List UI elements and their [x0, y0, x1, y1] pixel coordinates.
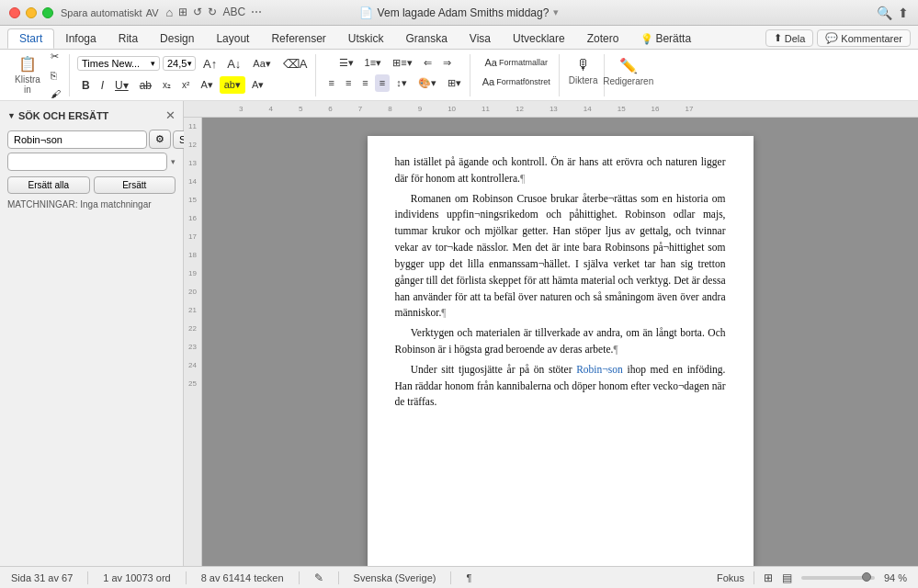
numbering-button[interactable]: 1≡▾	[360, 54, 387, 72]
ruler-num: 18	[188, 246, 197, 265]
zoom-slider[interactable]	[801, 576, 875, 580]
autosave-toggle[interactable]: AV	[146, 7, 159, 18]
clear-format-button[interactable]: ⌫A	[278, 54, 312, 74]
word-count: 1 av 10073 ord	[103, 572, 170, 583]
shading-button[interactable]: A▾	[247, 76, 268, 94]
ruler-mark: 14	[584, 105, 592, 113]
tab-granska[interactable]: Granska	[395, 28, 459, 49]
replace-dropdown-icon: ▾	[171, 157, 176, 166]
tab-layout[interactable]: Layout	[205, 28, 260, 49]
search-input[interactable]	[7, 130, 147, 149]
bold-button[interactable]: B	[77, 76, 95, 95]
ruler-mark: 10	[448, 105, 456, 113]
tab-infoga[interactable]: Infoga	[54, 28, 107, 49]
main-area: ▼ SÖK OCH ERSÄTT ✕ ⚙ Sök ▾ Ersätt alla E…	[0, 101, 918, 566]
tab-utskick[interactable]: Utskick	[337, 28, 395, 49]
align-right-button[interactable]: ≡	[357, 74, 372, 92]
tab-zotero[interactable]: Zotero	[576, 28, 630, 49]
document-page[interactable]: han istället på ägande och kontroll. Ön …	[368, 136, 754, 566]
align-left-button[interactable]: ≡	[323, 74, 338, 92]
search-row: ⚙ Sök	[7, 130, 176, 149]
copy-button[interactable]: ⎘	[46, 67, 65, 84]
line-spacing-button[interactable]: ↕▾	[391, 74, 412, 92]
panel-header: ▼ SÖK OCH ERSÄTT ✕	[7, 108, 176, 122]
tab-start[interactable]: Start	[7, 28, 54, 49]
minimize-button[interactable]	[26, 7, 37, 18]
subscript-button[interactable]: x₂	[158, 77, 176, 93]
font-shrink-button[interactable]: A↓	[222, 54, 245, 74]
tab-visa[interactable]: Visa	[459, 28, 502, 49]
case-button[interactable]: Aa▾	[248, 55, 275, 73]
replace-all-button[interactable]: Ersätt alla	[7, 176, 90, 194]
font-grow-button[interactable]: A↑	[198, 54, 221, 74]
format-painter-button[interactable]: 🖌	[46, 85, 65, 102]
multilevel-button[interactable]: ⊞≡▾	[388, 54, 416, 72]
borders-button[interactable]: ⊞▾	[443, 74, 466, 92]
replace-button[interactable]: Ersätt	[94, 176, 176, 194]
font-name-selector[interactable]: Times New... ▾	[77, 56, 160, 71]
tab-utvecklare[interactable]: Utvecklare	[502, 28, 576, 49]
highlight-button[interactable]: ab▾	[220, 76, 245, 94]
paste-button[interactable]: 📋 Klistra in	[11, 52, 44, 97]
doc-paragraph[interactable]: Verktygen och materialen är tillverkade …	[395, 325, 726, 358]
format-window-button[interactable]: Aa Formatfönstret	[478, 74, 555, 90]
traffic-lights	[9, 7, 53, 18]
share-icon[interactable]: ⬆	[898, 6, 909, 20]
home-icon[interactable]: ⌂	[166, 6, 174, 19]
char-count: 8 av 61414 tecken	[201, 572, 284, 583]
more-icon[interactable]: ⋯	[251, 6, 262, 19]
font-color-button[interactable]: A▾	[196, 76, 217, 94]
tab-beratta[interactable]: 💡 Berätta	[629, 28, 702, 49]
format-templates-button[interactable]: Aa Formatmallar	[480, 54, 551, 71]
superscript-button[interactable]: x²	[177, 77, 194, 93]
italic-button[interactable]: I	[96, 76, 108, 95]
format-window-icon: Aa	[482, 76, 494, 87]
tab-rita[interactable]: Rita	[108, 28, 149, 49]
window-title: 📄 Vem lagade Adam Smiths middag? ▾	[359, 6, 560, 19]
doc-paragraph[interactable]: Under sitt tjugosjätte år på ön stöter R…	[395, 362, 726, 411]
underline-button[interactable]: U▾	[110, 76, 133, 95]
copy-icon: ⎘	[51, 70, 57, 81]
dictate-button[interactable]: 🎙 Diktera	[567, 54, 600, 88]
abc-icon[interactable]: ABC	[222, 6, 245, 19]
search-icon[interactable]: 🔍	[877, 6, 892, 20]
list-group: ☰▾ 1≡▾ ⊞≡▾ ⇐ ⇒ ≡ ≡ ≡ ≡ ↕▾ 🎨▾ ⊞▾	[320, 54, 470, 96]
font-size-selector[interactable]: 24,5 ▾	[163, 56, 196, 71]
fullscreen-button[interactable]	[42, 7, 53, 18]
undo-icon[interactable]: ↺	[193, 6, 202, 19]
status-bar: Sida 31 av 67 1 av 10073 ord 8 av 61414 …	[0, 566, 918, 588]
strikethrough-button[interactable]: ab	[135, 76, 156, 95]
doc-paragraph[interactable]: han istället på ägande och kontroll. Ön …	[395, 154, 726, 187]
redo-icon[interactable]: ↻	[208, 6, 217, 19]
ruler-num: 14	[188, 173, 197, 191]
triangle-icon: ▼	[7, 111, 16, 120]
zoom-level[interactable]: 94 %	[884, 572, 907, 583]
dictate-group: 🎙 Diktera	[563, 54, 605, 96]
share-btn-icon: ⬆	[774, 32, 782, 44]
title-chevron[interactable]: ▾	[553, 6, 559, 18]
editor-button[interactable]: ✏️ Redigeraren	[612, 54, 645, 89]
document-scroll[interactable]: han istället på ägande och kontroll. Ön …	[202, 118, 918, 566]
decrease-indent-button[interactable]: ⇐	[419, 54, 436, 72]
align-center-button[interactable]: ≡	[341, 74, 356, 92]
ruler-num: 11	[188, 118, 197, 136]
focus-button[interactable]: Fokus	[717, 572, 744, 583]
shading-para-button[interactable]: 🎨▾	[414, 74, 441, 92]
font-group: Times New... ▾ 24,5 ▾ A↑ A↓ Aa▾ ⌫A B I U…	[74, 54, 316, 96]
ribbon-tabs: Start Infoga Rita Design Layout Referens…	[0, 26, 918, 50]
panel-close-button[interactable]: ✕	[165, 108, 176, 122]
doc-paragraph[interactable]: Romanen om Robinson Crusoe brukar återbe…	[395, 191, 726, 322]
comments-button[interactable]: 💬 Kommentarer	[817, 29, 911, 47]
bullets-button[interactable]: ☰▾	[334, 54, 358, 72]
tab-referenser[interactable]: Referenser	[260, 28, 336, 49]
increase-indent-button[interactable]: ⇒	[438, 54, 456, 72]
close-button[interactable]	[9, 7, 20, 18]
replace-input[interactable]	[7, 153, 167, 171]
search-options-button[interactable]: ⚙	[149, 130, 171, 149]
grid-icon[interactable]: ⊞	[178, 6, 187, 19]
ruler-mark: 8	[388, 105, 391, 113]
tab-design[interactable]: Design	[149, 28, 205, 49]
justify-button[interactable]: ≡	[375, 74, 390, 92]
share-button[interactable]: ⬆ Dela	[765, 29, 814, 47]
cut-button[interactable]: ✂	[46, 48, 65, 65]
